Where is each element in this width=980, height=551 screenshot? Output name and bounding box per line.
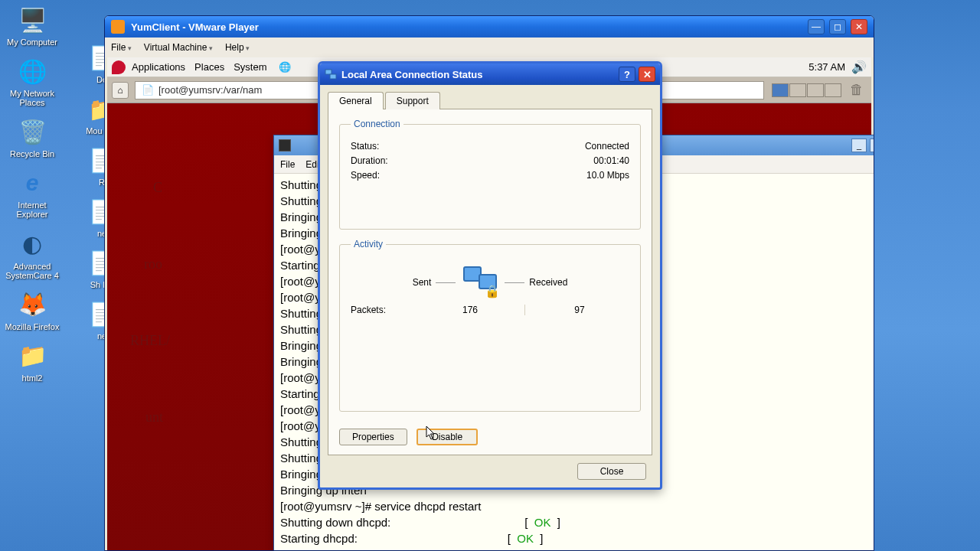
activity-group: Activity Sent 🔒 Received Packets: 176 97 bbox=[339, 239, 641, 412]
connection-status-dialog: Local Area Connection Status ? ✕ General… bbox=[318, 61, 662, 490]
desktop-icon-firefox[interactable]: 🦊Mozilla Firefox bbox=[3, 289, 61, 331]
minimize-button[interactable]: — bbox=[808, 19, 825, 34]
duration-label: Duration: bbox=[351, 155, 593, 166]
menu-virtual-machine[interactable]: Virtual Machine bbox=[144, 42, 213, 53]
nav-back-icon[interactable]: ⌂ bbox=[112, 82, 129, 99]
packets-sent-value: 176 bbox=[420, 305, 520, 315]
menu-help[interactable]: Help bbox=[225, 42, 250, 53]
help-button[interactable]: ? bbox=[619, 67, 635, 82]
panel-system[interactable]: System bbox=[234, 61, 266, 73]
maximize-button[interactable]: ◻ bbox=[829, 19, 846, 34]
systemcare-icon: ◐ bbox=[17, 229, 47, 259]
packets-received-value: 97 bbox=[530, 305, 629, 315]
vmware-titlebar[interactable]: YumClient - VMware Player — ◻ ✕ bbox=[105, 16, 874, 37]
desktop-icon-ie[interactable]: eInternet Explorer bbox=[3, 168, 61, 219]
vmware-title-text: YumClient - VMware Player bbox=[131, 21, 803, 33]
dialog-titlebar[interactable]: Local Area Connection Status ? ✕ bbox=[320, 64, 660, 85]
network-activity-icon: 🔒 bbox=[460, 266, 500, 298]
desktop-icon-html2[interactable]: 📁html2 bbox=[3, 341, 61, 383]
connection-group-label: Connection bbox=[351, 119, 403, 129]
panel-applications[interactable]: Applications bbox=[132, 61, 185, 73]
trash-icon[interactable]: 🗑 bbox=[850, 82, 867, 99]
duration-value: 00:01:40 bbox=[593, 155, 629, 166]
vmware-logo-icon bbox=[111, 20, 125, 34]
tab-general[interactable]: General bbox=[328, 92, 384, 109]
computer-icon: 🖥️ bbox=[17, 5, 47, 35]
panel-clock[interactable]: 5:37 AM bbox=[808, 61, 845, 73]
activity-group-label: Activity bbox=[351, 239, 386, 249]
close-button[interactable]: ✕ bbox=[851, 19, 867, 34]
status-label: Status: bbox=[351, 141, 585, 152]
panel-launcher-icon[interactable]: 🌐 bbox=[279, 61, 291, 73]
terminal-minimize-button[interactable]: _ bbox=[851, 139, 867, 152]
dialog-title: Local Area Connection Status bbox=[341, 69, 616, 80]
close-button[interactable]: Close bbox=[577, 463, 646, 480]
dialog-tabs: General Support bbox=[328, 91, 652, 109]
dialog-close-button[interactable]: ✕ bbox=[639, 67, 655, 82]
vmware-menubar: File Virtual Machine Help bbox=[105, 37, 874, 57]
recycle-icon: 🗑️ bbox=[17, 116, 47, 147]
lock-icon: 🔒 bbox=[485, 284, 500, 298]
properties-button[interactable]: Properties bbox=[339, 429, 407, 445]
workspace-4[interactable] bbox=[825, 83, 841, 97]
packets-label: Packets: bbox=[351, 305, 420, 315]
disable-button[interactable]: Disable bbox=[416, 429, 478, 445]
terminal-maximize-button[interactable]: □ bbox=[870, 139, 874, 152]
desktop-icon-network-places[interactable]: 🌐My Network Places bbox=[3, 56, 61, 107]
terminal-menu-file[interactable]: File bbox=[280, 159, 295, 170]
desktop-icon-systemcare[interactable]: ◐Advanced SystemCare 4 bbox=[3, 229, 61, 280]
workspace-2[interactable] bbox=[789, 83, 806, 97]
workspace-switcher[interactable] bbox=[772, 83, 842, 97]
desktop-icon-my-computer[interactable]: 🖥️My Computer bbox=[3, 5, 61, 47]
activity-line-icon bbox=[505, 282, 524, 283]
svg-rect-0 bbox=[325, 70, 332, 74]
workspace-1[interactable] bbox=[772, 83, 789, 97]
redhat-icon[interactable] bbox=[112, 60, 126, 74]
tab-support[interactable]: Support bbox=[385, 92, 440, 109]
desktop-icon-recycle-bin[interactable]: 🗑️Recycle Bin bbox=[3, 116, 61, 158]
received-label: Received bbox=[529, 277, 567, 288]
activity-line-icon bbox=[436, 282, 456, 283]
desktop-icons: 🖥️My Computer 🌐My Network Places 🗑️Recyc… bbox=[0, 0, 92, 396]
folder-icon: 📁 bbox=[17, 341, 47, 371]
speed-label: Speed: bbox=[351, 170, 586, 181]
speed-value: 10.0 Mbps bbox=[586, 170, 629, 181]
ie-icon: e bbox=[17, 168, 47, 198]
sent-label: Sent bbox=[413, 277, 432, 288]
volume-icon[interactable]: 🔊 bbox=[851, 60, 867, 74]
svg-rect-1 bbox=[330, 74, 336, 79]
connection-group: Connection Status:Connected Duration:00:… bbox=[339, 119, 641, 230]
workspace-3[interactable] bbox=[807, 83, 824, 97]
status-value: Connected bbox=[585, 141, 629, 152]
terminal-icon bbox=[279, 139, 291, 152]
menu-file[interactable]: File bbox=[111, 42, 132, 53]
tab-pane-general: Connection Status:Connected Duration:00:… bbox=[328, 109, 652, 455]
connection-icon bbox=[325, 68, 337, 80]
panel-places[interactable]: Places bbox=[194, 61, 224, 73]
network-icon: 🌐 bbox=[17, 56, 47, 86]
firefox-icon: 🦊 bbox=[17, 289, 47, 320]
